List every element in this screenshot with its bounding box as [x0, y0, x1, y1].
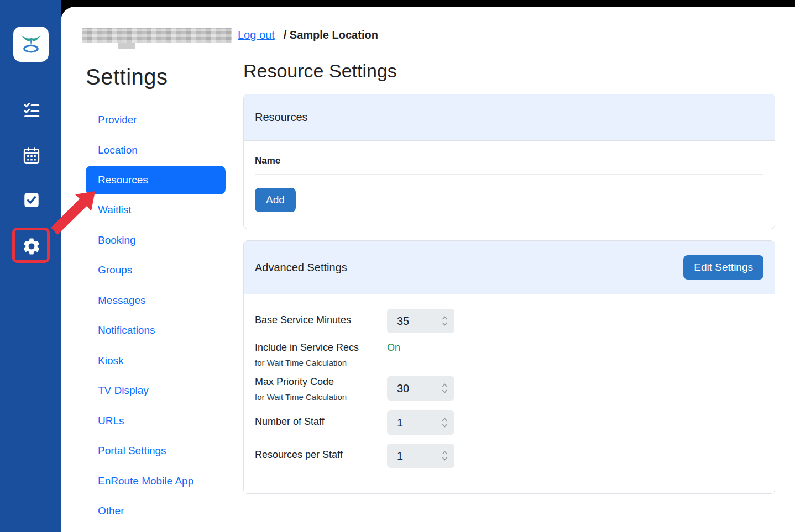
settings-nav-item-kiosk[interactable]: Kiosk — [86, 346, 226, 376]
advanced-settings-card: Advanced Settings Edit Settings Base Ser… — [243, 240, 775, 494]
name-column-header: Name — [255, 155, 763, 166]
tasklist-icon[interactable] — [21, 99, 42, 120]
resources-card-title: Resources — [255, 111, 308, 124]
input-value: 1 — [397, 417, 403, 429]
setting-sublabel: for Wait Time Calculation — [255, 358, 387, 367]
input-value: 35 — [397, 315, 409, 328]
number-stepper-icon[interactable] — [442, 382, 448, 394]
settings-nav-item-location[interactable]: Location — [86, 135, 226, 166]
resources-card-header: Resources — [244, 94, 775, 141]
resources-card: Resources Name Add — [243, 94, 775, 229]
check-square-icon[interactable] — [21, 189, 42, 210]
setting-label: Number of Staff — [255, 410, 387, 428]
settings-nav-item-resources[interactable]: Resources — [86, 166, 226, 194]
app-logo[interactable] — [13, 27, 49, 62]
number-stepper-icon[interactable] — [442, 450, 448, 462]
gear-highlight-box — [12, 228, 50, 263]
settings-nav-item-other[interactable]: Other — [86, 496, 226, 526]
logout-link[interactable]: Log out — [238, 28, 275, 43]
advanced-settings-header: Advanced Settings Edit Settings — [244, 241, 775, 294]
number-stepper-icon[interactable] — [442, 417, 448, 429]
settings-nav-item-waitlist[interactable]: Waitlist — [86, 195, 226, 225]
base-service-minutes-input[interactable]: 35 — [387, 309, 454, 333]
settings-nav-item-notifications[interactable]: Notifications — [86, 315, 226, 346]
setting-row-base-service-minutes: Base Service Minutes 35 — [255, 309, 763, 333]
resources-card-body: Name Add — [244, 141, 775, 229]
setting-row-max-priority-code: Max Priority Code for Wait Time Calculat… — [255, 376, 763, 402]
settings-nav-item-groups[interactable]: Groups — [86, 255, 226, 286]
redacted-block-small — [118, 43, 135, 49]
page-title: Resource Settings — [243, 60, 775, 82]
advanced-settings-title: Advanced Settings — [255, 261, 347, 274]
calendar-icon[interactable] — [21, 145, 42, 166]
settings-nav-item-booking[interactable]: Booking — [86, 225, 226, 256]
max-priority-code-input[interactable]: 30 — [387, 376, 454, 401]
setting-row-resources-per-staff: Resources per Staff 1 — [255, 444, 763, 468]
settings-nav-list: Provider Location Resources Waitlist Boo… — [86, 105, 226, 526]
settings-nav-item-enroute-mobile-app[interactable]: EnRoute Mobile App — [86, 466, 226, 497]
advanced-settings-body: Base Service Minutes 35 — [244, 294, 775, 493]
setting-sublabel: for Wait Time Calculation — [255, 392, 387, 402]
app-screen: Log out / Sample Location Settings Provi… — [0, 0, 795, 532]
add-resource-button[interactable]: Add — [255, 188, 296, 212]
setting-row-include-in-service-recs: Include in Service Recs for Wait Time Ca… — [255, 342, 763, 367]
settings-nav-item-tv-display[interactable]: TV Display — [86, 376, 226, 406]
content-area: Resource Settings Resources Name Add — [243, 49, 795, 505]
breadcrumb: / Sample Location — [284, 28, 378, 43]
setting-label: Base Service Minutes — [255, 309, 387, 326]
number-stepper-icon[interactable] — [442, 315, 448, 327]
include-in-service-recs-value: On — [387, 342, 400, 354]
main-panel: Log out / Sample Location Settings Provi… — [61, 7, 795, 532]
brand-bird-logo-icon — [17, 30, 45, 59]
number-of-staff-input[interactable]: 1 — [387, 410, 454, 435]
input-value: 1 — [397, 450, 403, 462]
settings-nav: Settings Provider Location Resources Wai… — [61, 49, 243, 526]
redacted-block — [82, 28, 232, 43]
divider — [255, 174, 763, 175]
settings-nav-item-provider[interactable]: Provider — [86, 105, 226, 135]
settings-nav-title: Settings — [86, 65, 243, 89]
app-sidebar — [0, 0, 61, 532]
settings-nav-item-messages[interactable]: Messages — [86, 286, 226, 316]
topbar: Log out / Sample Location — [61, 7, 795, 49]
edit-settings-button[interactable]: Edit Settings — [683, 255, 763, 280]
setting-label: Max Priority Code — [255, 376, 387, 388]
settings-nav-item-portal-settings[interactable]: Portal Settings — [86, 436, 226, 466]
setting-row-number-of-staff: Number of Staff 1 — [255, 410, 763, 435]
setting-label: Resources per Staff — [255, 444, 387, 461]
input-value: 30 — [397, 382, 409, 395]
resources-per-staff-input[interactable]: 1 — [387, 444, 454, 468]
setting-label: Include in Service Recs — [255, 342, 387, 354]
settings-nav-item-urls[interactable]: URLs — [86, 406, 226, 436]
redacted-account-name — [82, 28, 232, 49]
